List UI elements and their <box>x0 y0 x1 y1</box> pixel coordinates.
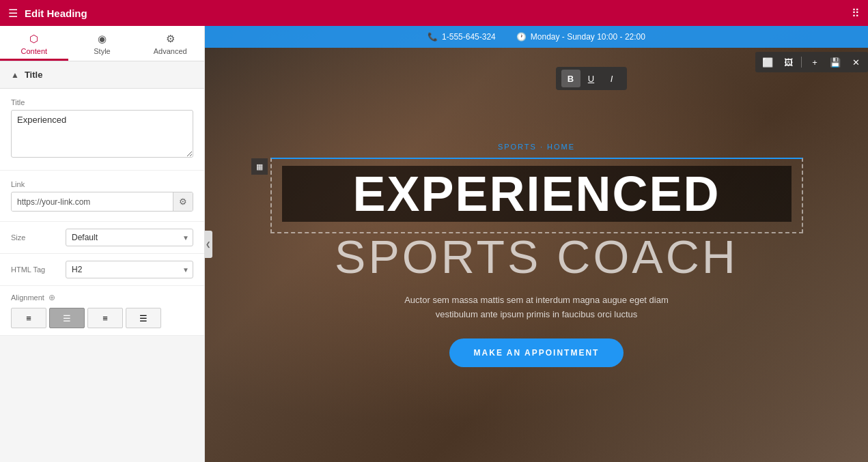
tab-advanced-label: Advanced <box>154 47 187 55</box>
tab-content-label: Content <box>21 47 48 55</box>
link-settings-icon[interactable]: ⚙ <box>173 192 193 211</box>
wt-copy-button[interactable]: ⬜ <box>759 54 776 70</box>
column-handle-icon[interactable]: ▦ <box>251 158 268 175</box>
bold-button[interactable]: B <box>561 70 580 87</box>
experienced-heading: EXPERIENCED <box>282 166 792 222</box>
page-title: Edit Heading <box>25 8 87 19</box>
content-icon: ⬡ <box>29 33 38 45</box>
title-label: Title <box>11 98 193 106</box>
breadcrumb-home: HOME <box>547 143 575 151</box>
sports-coach-heading: SPORTS COACH <box>335 233 738 280</box>
tab-style[interactable]: ◉ Style <box>68 26 137 61</box>
phone-text: 1-555-645-324 <box>442 32 496 42</box>
section-title-label: Title <box>25 70 43 80</box>
html-tag-field-row: HTML Tag H1 H2 H3 H4 H5 H6 div span p ▼ <box>0 254 204 286</box>
breadcrumb-sports: SPORTS <box>498 143 537 151</box>
phone-icon: 📞 <box>428 32 438 42</box>
underline-button[interactable]: U <box>582 70 601 87</box>
breadcrumb: SPORTS · HOME <box>498 143 575 151</box>
italic-button[interactable]: I <box>602 70 621 87</box>
cta-button[interactable]: MAKE AN APPOINTMENT <box>449 338 624 367</box>
section-header-title: ▲ Title <box>0 61 204 89</box>
advanced-icon: ⚙ <box>166 33 175 45</box>
wt-separator <box>801 57 802 68</box>
grid-icon[interactable]: ⠿ <box>852 7 860 20</box>
size-select-wrapper: Default Small Medium Large XL XXL ▼ <box>66 229 193 246</box>
link-input[interactable] <box>12 193 173 211</box>
alignment-buttons: ≡ ☰ ≡ ☰ <box>11 308 193 328</box>
wt-save-button[interactable]: 💾 <box>826 54 844 70</box>
html-tag-label: HTML Tag <box>11 265 59 274</box>
gym-image: 📞 1-555-645-324 🕐 Monday - Sunday 10:00 … <box>205 26 868 462</box>
html-tag-select-wrapper: H1 H2 H3 H4 H5 H6 div span p ▼ <box>66 261 193 278</box>
link-label: Link <box>11 180 193 188</box>
heading-wrapper: ▦ EXPERIENCED <box>270 158 803 233</box>
panel-collapse-handle[interactable]: ❮ <box>204 231 212 258</box>
panel-content: ▲ Title Title Experienced Link ⚙ Size <box>0 61 204 462</box>
alignment-label: Alignment <box>11 293 44 302</box>
title-field-section: Title Experienced <box>0 89 204 171</box>
align-left-button[interactable]: ≡ <box>11 308 46 328</box>
align-right-button[interactable]: ≡ <box>87 308 123 328</box>
hamburger-icon[interactable]: ☰ <box>8 7 18 20</box>
phone-info: 📞 1-555-645-324 <box>428 32 496 42</box>
link-field-section: Link ⚙ <box>0 171 204 222</box>
heading-selection[interactable]: ▦ EXPERIENCED <box>270 158 803 233</box>
alignment-info-icon[interactable]: ⊕ <box>48 293 55 302</box>
panel-tabs: ⬡ Content ◉ Style ⚙ Advanced <box>0 26 204 61</box>
formatting-toolbar: B U I <box>556 67 627 90</box>
collapse-icon: ❮ <box>206 241 211 248</box>
tab-content[interactable]: ⬡ Content <box>0 26 68 61</box>
hours-info: 🕐 Monday - Sunday 10:00 - 22:00 <box>516 32 645 42</box>
tab-style-label: Style <box>94 47 110 55</box>
link-input-wrapper: ⚙ <box>11 192 193 212</box>
wt-image-button[interactable]: 🖼 <box>779 54 797 70</box>
html-tag-select[interactable]: H1 H2 H3 H4 H5 H6 div span p <box>66 261 193 278</box>
size-field-row: Size Default Small Medium Large XL XXL ▼ <box>0 222 204 254</box>
canvas-background: 📞 1-555-645-324 🕐 Monday - Sunday 10:00 … <box>205 26 868 462</box>
align-center-button[interactable]: ☰ <box>49 308 85 328</box>
title-textarea[interactable]: Experienced <box>11 110 193 158</box>
canvas-area: ⬜ 🖼 + 💾 ✕ 📞 1-555-645-324 🕐 Monday - Sun… <box>205 26 868 462</box>
size-label: Size <box>11 233 59 242</box>
hours-text: Monday - Sunday 10:00 - 22:00 <box>531 32 645 42</box>
section-toggle-icon[interactable]: ▲ <box>11 70 19 80</box>
align-justify-button[interactable]: ☰ <box>126 308 161 328</box>
left-panel: ⬡ Content ◉ Style ⚙ Advanced ▲ Title Tit… <box>0 26 205 462</box>
style-icon: ◉ <box>98 33 107 45</box>
hours-icon: 🕐 <box>516 32 527 42</box>
wt-close-button[interactable]: ✕ <box>847 54 865 70</box>
size-select[interactable]: Default Small Medium Large XL XXL <box>66 229 193 246</box>
canvas-info-bar: 📞 1-555-645-324 🕐 Monday - Sunday 10:00 … <box>205 26 868 48</box>
top-bar: ☰ Edit Heading ⠿ <box>0 0 868 26</box>
content-section: SPORTS · HOME ▦ EXPERIENCED SPORTS COACH <box>205 48 868 462</box>
breadcrumb-separator: · <box>540 143 547 151</box>
tab-advanced[interactable]: ⚙ Advanced <box>136 26 204 61</box>
widget-toolbar: ⬜ 🖼 + 💾 ✕ <box>755 52 868 72</box>
sub-text: Auctor sem massa mattis sem at interdum … <box>400 293 673 322</box>
alignment-row: Alignment ⊕ ≡ ☰ ≡ ☰ <box>0 286 204 336</box>
wt-add-button[interactable]: + <box>806 54 824 70</box>
